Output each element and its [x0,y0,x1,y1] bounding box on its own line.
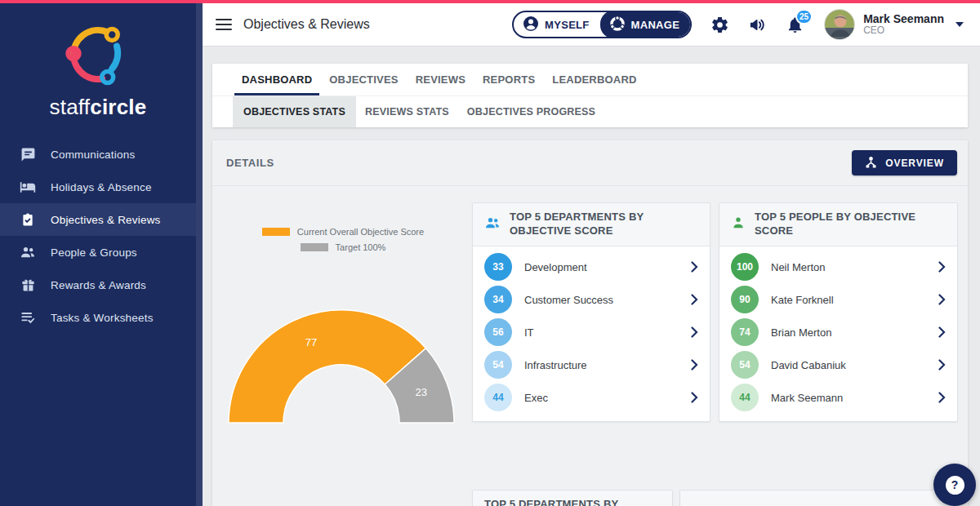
objective-score-gauge-chart: 7723 [220,304,462,426]
sidebar-item-holidays-absence[interactable]: Holidays & Absence [0,171,196,203]
department-rows: 33 Development 34 Customer Success 56 IT [473,246,710,418]
person-row[interactable]: 74 Brian Merton [719,316,957,348]
card-title: TOP 5 DEPARTMENTS BY OBJECTIVE SCORE [510,211,698,238]
tab-reports[interactable]: REPORTS [483,64,535,95]
tab-reviews[interactable]: REVIEWS [416,64,466,95]
sidebar: staffcircle Communications Holidays & Ab… [0,3,196,506]
main-tabs: DASHBOARD OBJECTIVES REVIEWS REPORTS LEA… [212,64,968,96]
details-title: DETAILS [226,157,274,169]
gauge-legend: Current Overall Objective Score Target 1… [225,227,461,252]
legend-item-target: Target 100% [301,242,386,252]
score-badge: 100 [731,253,759,281]
bottom-people-card: BOTTOM 5 PEOPLE BY OBJECTIVE [679,490,958,506]
chat-icon [20,146,36,162]
details-panel: DETAILS OVERVIEW Current Overall Objecti… [212,140,968,506]
subtab-objectives-stats[interactable]: OBJECTIVES STATS [233,96,356,127]
sidebar-scrollbar[interactable] [196,3,203,506]
brand-logo[interactable]: staffcircle [0,3,196,120]
user-menu[interactable]: Mark Seemann CEO [863,12,944,37]
score-badge: 54 [484,351,512,379]
subtab-reviews-stats[interactable]: REVIEWS STATS [356,96,458,127]
person-row[interactable]: 44 Mark Seemann [719,381,957,414]
notification-count-badge: 25 [795,9,813,24]
sub-tabs: OBJECTIVES STATS REVIEWS STATS OBJECTIVE… [212,96,968,127]
sidebar-item-tasks-worksheets[interactable]: Tasks & Worksheets [0,301,196,334]
sidebar-menu: Communications Holidays & Absence Object… [0,138,196,334]
card-header: TOP 5 DEPARTMENTS BY NUMBER [473,490,672,506]
top-departments-card-header: TOP 5 DEPARTMENTS BY OBJECTIVE SCORE [473,203,710,246]
brand-accent-bar [0,0,980,3]
settings-gear-icon[interactable] [710,15,729,34]
chevron-right-icon [691,359,698,371]
chevron-right-icon [691,392,698,403]
legend-swatch-gray [301,243,328,251]
people-icon [20,244,36,260]
score-badge: 44 [484,384,512,411]
top-people-card: TOP 5 PEOPLE BY OBJECTIVE SCORE 100 Neil… [719,202,958,422]
gauge-value-label-1: 23 [416,386,427,398]
tab-objectives[interactable]: OBJECTIVES [329,64,398,95]
department-row[interactable]: 54 Infrastructure [473,348,710,381]
notifications-bell-icon[interactable]: 25 [785,15,804,34]
chevron-right-icon [938,392,946,403]
myself-toggle-button[interactable]: MYSELF [514,11,602,38]
legend-item-current-score: Current Overall Objective Score [262,227,424,237]
top-bar: Objectives & Reviews MYSELF MANAGE [203,3,980,47]
score-badge: 54 [731,351,759,379]
chevron-right-icon [938,359,946,371]
announcements-megaphone-icon[interactable] [747,15,767,34]
person-icon [731,215,746,233]
question-mark-icon: ? [946,476,964,495]
card-title: TOP 5 PEOPLE BY OBJECTIVE SCORE [755,211,946,238]
manage-toggle-button[interactable]: MANAGE [600,11,693,38]
score-badge: 74 [731,318,759,346]
sidebar-item-communications[interactable]: Communications [0,138,196,171]
chevron-right-icon [938,261,946,273]
chevron-right-icon [938,326,946,338]
person-row[interactable]: 54 David Cabaniuk [719,348,957,381]
chevron-right-icon [938,294,946,305]
sidebar-item-objectives-reviews[interactable]: Objectives & Reviews [0,203,196,236]
score-badge: 44 [731,384,759,411]
department-row[interactable]: 44 Exec [473,381,710,414]
gift-icon [20,277,36,293]
chevron-down-icon[interactable] [956,22,964,27]
user-avatar[interactable] [824,9,855,40]
subtab-objectives-progress[interactable]: OBJECTIVES PROGRESS [458,96,604,127]
help-button[interactable]: ? [933,464,976,506]
top-people-card-header: TOP 5 PEOPLE BY OBJECTIVE SCORE [719,203,957,246]
person-row[interactable]: 100 Neil Merton [719,251,957,283]
chevron-right-icon [691,294,698,305]
task-list-icon [20,309,36,326]
department-row[interactable]: 34 Customer Success [473,283,710,316]
department-row[interactable]: 56 IT [473,316,710,348]
tab-leaderboard[interactable]: LEADERBOARD [552,64,636,95]
chevron-right-icon [691,261,698,273]
department-row[interactable]: 33 Development [473,251,710,283]
manage-wheel-icon [609,16,626,34]
top-departments-card: TOP 5 DEPARTMENTS BY OBJECTIVE SCORE 33 … [472,202,710,422]
main-content: DASHBOARD OBJECTIVES REVIEWS REPORTS LEA… [203,47,980,506]
score-badge: 56 [484,318,512,346]
page-title: Objectives & Reviews [243,17,370,32]
score-badge: 34 [484,286,512,313]
overview-button[interactable]: OVERVIEW [852,150,957,175]
people-rows: 100 Neil Merton 90 Kate Forknell 74 Bria… [719,246,957,418]
chevron-right-icon [691,326,698,338]
gauge-value-label-0: 77 [305,336,317,348]
tab-dashboard[interactable]: DASHBOARD [242,64,312,95]
sidebar-item-people-groups[interactable]: People & Groups [0,236,196,269]
staffcircle-logo-mark [59,18,137,91]
hamburger-menu-icon[interactable] [216,16,232,34]
tabs-card: DASHBOARD OBJECTIVES REVIEWS REPORTS LEA… [212,64,968,127]
user-role: CEO [863,25,944,37]
gauge-segment-0 [229,310,426,423]
score-badge: 90 [731,286,759,313]
legend-swatch-orange [262,228,290,236]
card-title: TOP 5 DEPARTMENTS BY NUMBER [484,498,661,506]
person-row[interactable]: 90 Kate Forknell [719,283,957,316]
person-circle-icon [523,16,539,34]
clipboard-check-icon [20,211,36,228]
user-name: Mark Seemann [863,12,944,25]
sidebar-item-rewards-awards[interactable]: Rewards & Awards [0,269,196,301]
